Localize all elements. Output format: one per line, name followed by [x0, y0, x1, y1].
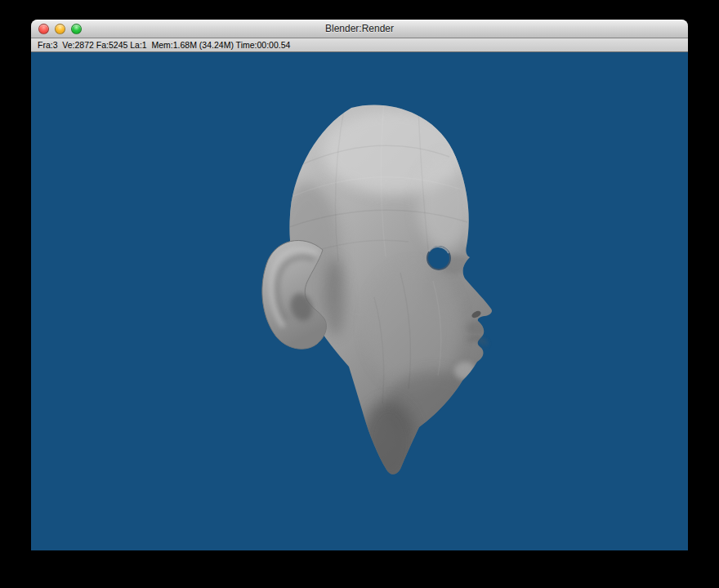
window-title: Blender:Render [31, 20, 688, 38]
head-render-svg [31, 52, 688, 550]
close-button[interactable] [38, 24, 49, 34]
minimize-button[interactable] [55, 24, 65, 34]
desktop: Blender:Render Fra:3 Ve:2872 Fa:5245 La:… [0, 0, 719, 588]
window-controls [31, 24, 82, 34]
window-titlebar[interactable]: Blender:Render [31, 20, 688, 38]
render-window: Blender:Render Fra:3 Ve:2872 Fa:5245 La:… [31, 20, 688, 550]
render-image [31, 52, 688, 550]
head-mesh [262, 101, 492, 485]
eye-socket [427, 247, 450, 270]
render-statsbar: Fra:3 Ve:2872 Fa:5245 La:1 Mem:1.68M (34… [31, 38, 688, 52]
zoom-button[interactable] [71, 24, 82, 34]
